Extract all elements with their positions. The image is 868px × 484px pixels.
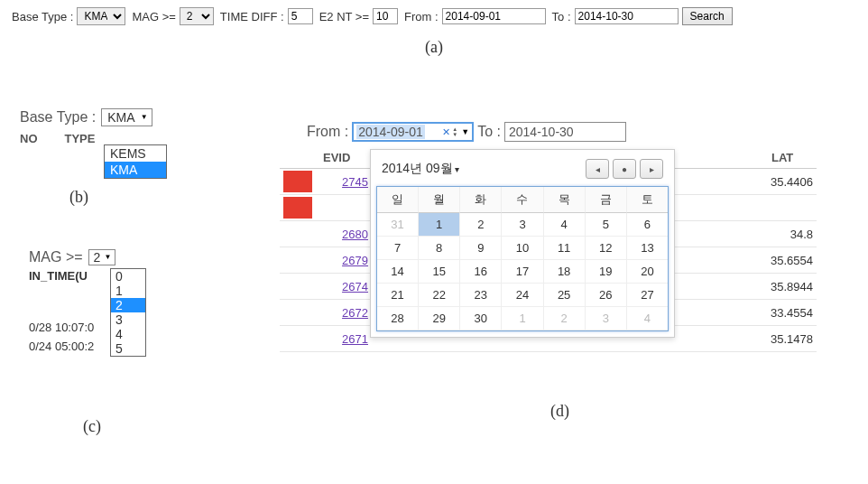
mag-dropdown[interactable]: 2: [88, 249, 116, 265]
calendar-day[interactable]: 8: [419, 237, 460, 260]
calendar-day[interactable]: 4: [544, 213, 586, 237]
caption-c: (c): [83, 417, 101, 436]
calendar-day[interactable]: 13: [627, 237, 668, 260]
calendar-day[interactable]: 6: [627, 213, 668, 237]
chevron-down-icon[interactable]: ▼: [461, 127, 469, 136]
timediff-input[interactable]: [288, 8, 313, 24]
calendar-day[interactable]: 21: [377, 284, 419, 307]
calendar-day[interactable]: 31: [377, 213, 419, 237]
lat-value: 35.8944: [749, 280, 817, 293]
table-headers-b: NO TYPE: [20, 126, 236, 145]
to-date-input-d[interactable]: 2014-10-30: [504, 122, 626, 142]
evid-link[interactable]: 2671: [312, 332, 370, 346]
e2nt-input[interactable]: [373, 8, 398, 24]
calendar-day[interactable]: 27: [627, 284, 668, 307]
base-type-select[interactable]: KMA: [77, 7, 125, 25]
panel-d: From : 2014-09-01 ✕ ▲▼ ▼ To : 2014-10-30…: [280, 122, 839, 142]
lat-value: 34.8: [749, 228, 817, 241]
evid-link[interactable]: 2680: [312, 228, 370, 241]
calendar-day[interactable]: 17: [502, 260, 543, 284]
prev-month-button[interactable]: ◂: [586, 159, 609, 179]
next-month-button[interactable]: ▸: [640, 159, 663, 179]
calendar-day[interactable]: 4: [627, 307, 668, 330]
calendar-day[interactable]: 10: [502, 237, 543, 260]
day-header: 화: [460, 187, 502, 213]
mag-option-1[interactable]: 1: [111, 284, 145, 298]
calendar-day[interactable]: 3: [502, 213, 543, 237]
mag-label-c: MAG >=: [29, 249, 83, 265]
calendar-day[interactable]: 22: [419, 284, 460, 307]
calendar-day[interactable]: 3: [586, 307, 627, 330]
calendar-day[interactable]: 11: [544, 237, 586, 260]
calendar-day[interactable]: 19: [586, 260, 627, 284]
mag-option-2[interactable]: 2: [111, 298, 145, 312]
calendar-grid: 일월화수목금토311234567891011121314151617181920…: [376, 186, 669, 331]
dropdown-selected-value: KMA: [102, 109, 151, 126]
evid-link[interactable]: 2672: [312, 306, 370, 320]
calendar-day[interactable]: 15: [419, 260, 460, 284]
calendar-day[interactable]: 1: [502, 307, 543, 330]
lat-value: 35.1478: [749, 332, 817, 346]
col-type: TYPE: [65, 132, 96, 145]
clear-icon[interactable]: ✕: [442, 126, 450, 138]
calendar-day[interactable]: 30: [460, 307, 502, 330]
from-label: From :: [404, 10, 439, 23]
option-kems[interactable]: KEMS: [105, 145, 166, 162]
calendar-day[interactable]: 5: [586, 213, 627, 237]
timediff-label: TIME DIFF :: [220, 10, 284, 23]
lat-value: 35.4406: [749, 175, 817, 189]
to-label: To :: [552, 10, 571, 23]
mag-option-3[interactable]: 3: [111, 312, 145, 327]
today-button[interactable]: ●: [613, 159, 636, 179]
col-lat: LAT: [771, 151, 817, 164]
panel-c: MAG >= 2 IN_TIME(U 0 1 2 3 4 5 0/28 10:0…: [29, 249, 218, 357]
calendar-day[interactable]: 2: [544, 307, 586, 330]
evid-link[interactable]: 2674: [312, 280, 370, 293]
date-picker: 2014년 09월 ◂ ● ▸ 일월화수목금토31123456789101112…: [370, 149, 675, 338]
base-type-dropdown[interactable]: KMA: [101, 108, 152, 126]
calendar-day[interactable]: 23: [460, 284, 502, 307]
day-header: 금: [586, 187, 627, 213]
calendar-day[interactable]: 9: [460, 237, 502, 260]
calendar-day[interactable]: 29: [419, 307, 460, 330]
calendar-day[interactable]: 24: [502, 284, 543, 307]
day-header: 일: [377, 187, 419, 213]
calendar-day[interactable]: 14: [377, 260, 419, 284]
mag-option-5[interactable]: 5: [111, 341, 145, 356]
evid-link[interactable]: 2745: [312, 175, 370, 189]
evid-link[interactable]: 2679: [312, 254, 370, 267]
to-date-input[interactable]: [575, 8, 679, 24]
option-kma[interactable]: KMA: [105, 162, 166, 178]
calendar-month-label[interactable]: 2014년 09월: [382, 161, 459, 177]
calendar-day[interactable]: 25: [544, 284, 586, 307]
caption-b: (b): [69, 188, 286, 207]
to-label-d: To :: [477, 124, 501, 140]
status-indicator: [283, 197, 312, 219]
lat-value: 33.4554: [749, 306, 817, 320]
mag-option-4[interactable]: 4: [111, 327, 145, 341]
calendar-day[interactable]: 7: [377, 237, 419, 260]
day-header: 수: [502, 187, 543, 213]
filter-bar: Base Type : KMA MAG >= 2 TIME DIFF : E2 …: [9, 7, 859, 25]
calendar-day[interactable]: 2: [460, 213, 502, 237]
caption-d: (d): [550, 402, 569, 421]
mag-select[interactable]: 2: [180, 7, 214, 25]
from-date-input[interactable]: [442, 8, 546, 24]
mag-label: MAG >=: [132, 10, 175, 23]
calendar-day[interactable]: 1: [419, 213, 460, 237]
mag-option-0[interactable]: 0: [111, 269, 145, 284]
calendar-day[interactable]: 26: [586, 284, 627, 307]
e2nt-label: E2 NT >=: [319, 10, 369, 23]
calendar-day[interactable]: 18: [544, 260, 586, 284]
day-header: 목: [544, 187, 586, 213]
lat-value: 35.6554: [749, 254, 817, 267]
search-button[interactable]: Search: [682, 7, 733, 25]
calendar-day[interactable]: 12: [586, 237, 627, 260]
from-label-d: From :: [307, 124, 348, 140]
spinner-icon[interactable]: ▲▼: [452, 126, 457, 137]
calendar-day[interactable]: 28: [377, 307, 419, 330]
calendar-day[interactable]: 20: [627, 260, 668, 284]
col-no: NO: [20, 132, 38, 145]
calendar-day[interactable]: 16: [460, 260, 502, 284]
from-date-input-d[interactable]: 2014-09-01 ✕ ▲▼ ▼: [352, 122, 474, 142]
